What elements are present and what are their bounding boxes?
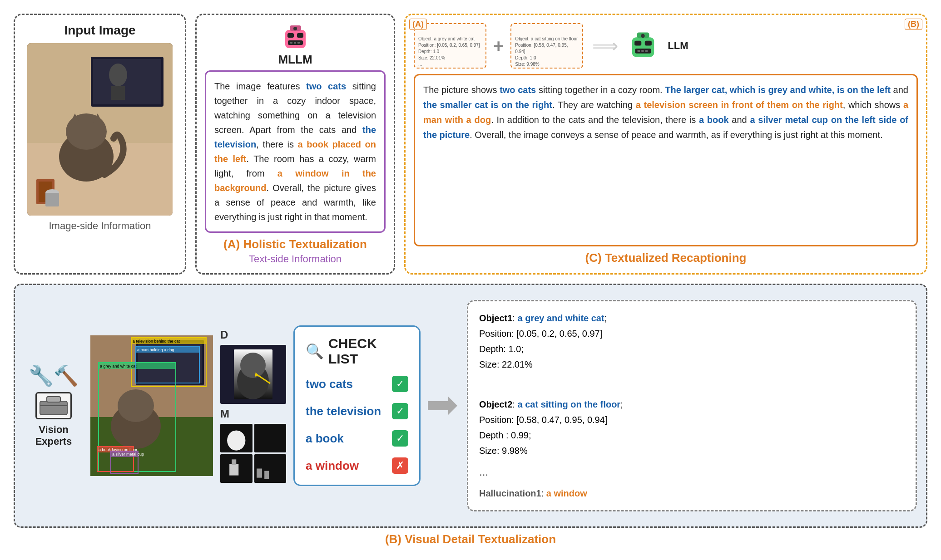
svg-rect-22 bbox=[294, 42, 296, 44]
seg-cell-1 bbox=[220, 424, 253, 452]
hallucination-block: Hallucination1: a window bbox=[479, 486, 905, 501]
tools-icon: 🔧🔨 bbox=[29, 364, 79, 388]
svg-rect-63 bbox=[229, 464, 238, 475]
mllm-robot-icon bbox=[281, 23, 310, 53]
svg-text:a grey and white cat: a grey and white cat bbox=[100, 364, 137, 368]
top-row: Input Image bbox=[14, 14, 927, 275]
svg-marker-67 bbox=[428, 397, 457, 415]
mllm-text-box: The image features two cats sitting toge… bbox=[205, 70, 386, 233]
hallucination-label: Hallucination1 bbox=[479, 488, 541, 498]
svg-rect-15 bbox=[285, 30, 306, 48]
mllm-text-two-cats: two cats bbox=[306, 81, 346, 91]
checklist-item-4-cross: ✗ bbox=[392, 457, 408, 474]
holistic-label: (A) Holistic Textualization bbox=[223, 237, 367, 251]
checklist-item-1-check: ✓ bbox=[392, 376, 408, 392]
recap-part3: and bbox=[891, 85, 908, 95]
recaption-title: (C) Textualized Recaptioning bbox=[414, 251, 918, 265]
segmentation-grid bbox=[220, 424, 286, 483]
arrow-to-llm: ⟹ bbox=[592, 35, 618, 56]
mllm-text-part3: , there is bbox=[256, 139, 297, 149]
visual-detail-title: (B) Visual Detail Textualization bbox=[385, 532, 556, 546]
recap-part5: , which shows bbox=[843, 100, 903, 110]
recaption-title-text: (C) Textualized Recaptioning bbox=[585, 251, 747, 265]
object1-semicolon: ; bbox=[604, 313, 607, 323]
doc-b-box: (B) Object: a cat sitting on the floorPo… bbox=[510, 23, 583, 69]
svg-rect-28 bbox=[645, 41, 652, 46]
llm-label: LLM bbox=[668, 40, 688, 52]
svg-text:a television behind the cat: a television behind the cat bbox=[133, 339, 180, 344]
cat-image bbox=[27, 43, 173, 216]
object2-size: Size: 9.98% bbox=[479, 446, 528, 456]
visual-detail-title-container: (B) Visual Detail Textualization bbox=[14, 532, 927, 546]
checklist-item-3-text: a book bbox=[306, 432, 344, 446]
svg-rect-23 bbox=[297, 42, 300, 44]
text-side-label: Text-side Information bbox=[249, 253, 342, 265]
object1-depth: Depth: 1.0; bbox=[479, 344, 524, 354]
svg-point-62 bbox=[227, 430, 245, 450]
recap-part4: . They are watching bbox=[552, 100, 636, 110]
checklist-item-2-check: ✓ bbox=[392, 403, 408, 419]
svg-rect-30 bbox=[638, 50, 640, 52]
svg-rect-31 bbox=[642, 50, 644, 52]
object2-position: Position: [0.58, 0.47, 0.95, 0.94] bbox=[479, 415, 607, 425]
object2-colon: : bbox=[512, 399, 517, 409]
object1-colon: : bbox=[512, 313, 517, 323]
llm-robot-icon bbox=[627, 30, 659, 62]
object2-name: a cat sitting on the floor bbox=[517, 399, 620, 409]
dots: ... bbox=[479, 463, 905, 481]
svg-rect-3 bbox=[93, 59, 161, 104]
checklist-item-3-check: ✓ bbox=[392, 430, 408, 447]
svg-rect-32 bbox=[645, 50, 648, 52]
object2-depth: Depth : 0.99; bbox=[479, 430, 531, 440]
svg-rect-65 bbox=[257, 469, 262, 478]
toolbox-icon bbox=[35, 392, 72, 419]
svg-rect-24 bbox=[632, 37, 654, 57]
input-image-box: Input Image bbox=[14, 14, 186, 275]
plus-sign: + bbox=[493, 36, 504, 56]
bottom-row: 🔧🔨 Vision Experts bbox=[14, 284, 927, 528]
doc-a-box: (A) Object: a grey and white catPosition… bbox=[414, 23, 486, 69]
svg-rect-19 bbox=[297, 33, 303, 38]
svg-rect-64 bbox=[232, 459, 236, 465]
svg-point-4 bbox=[109, 64, 127, 86]
recap-smaller-cat: the smaller cat is on the right bbox=[423, 100, 552, 110]
recaption-box: (A) Object: a grey and white catPosition… bbox=[404, 14, 927, 275]
depth-seg-container: D bbox=[220, 329, 286, 483]
object-details-box: Object1: a grey and white cat; Position:… bbox=[467, 300, 917, 512]
object1-label: Object1 bbox=[479, 313, 512, 323]
svg-rect-18 bbox=[287, 33, 294, 38]
checklist-item-1: two cats ✓ bbox=[306, 374, 408, 394]
m-label: M bbox=[220, 408, 229, 420]
svg-point-26 bbox=[641, 34, 645, 38]
recap-part2: sitting together in a cozy room. bbox=[536, 85, 665, 95]
recap-book: a book bbox=[699, 115, 729, 125]
recaption-top: (A) Object: a grey and white catPosition… bbox=[414, 23, 918, 69]
mllm-label: MLLM bbox=[278, 53, 312, 67]
doc-a-label: (A) bbox=[414, 23, 427, 30]
svg-point-41 bbox=[118, 389, 154, 422]
svg-point-8 bbox=[66, 113, 107, 150]
object1-position: Position: [0.05, 0.2, 0.65, 0.97] bbox=[479, 329, 602, 339]
checklist-box: 🔍 CHECK LIST two cats ✓ the television ✓… bbox=[293, 325, 421, 486]
mllm-text-part1: The image features bbox=[214, 81, 306, 91]
svg-text:a silver metal cup: a silver metal cup bbox=[112, 452, 144, 457]
svg-text:a man holding a dog: a man holding a dog bbox=[137, 348, 174, 352]
seg-cell-2 bbox=[254, 424, 287, 452]
object2-semicolon: ; bbox=[620, 399, 623, 409]
doc-a-text: Object: a grey and white catPosition: [0… bbox=[418, 36, 482, 68]
holistic-label-text: (A) Holistic Textualization bbox=[223, 237, 367, 251]
vision-experts-label: Vision Experts bbox=[24, 424, 83, 447]
checklist-item-4-text: a window bbox=[306, 459, 359, 473]
detection-image-container: a television behind the cat a grey and w… bbox=[90, 335, 213, 476]
recap-tv: a television screen in front of them on … bbox=[636, 100, 843, 110]
arrow-to-objects bbox=[428, 394, 460, 417]
bottom-section: 🔧🔨 Vision Experts bbox=[14, 284, 927, 528]
checklist-magnifier-icon: 🔍 bbox=[306, 343, 324, 360]
checklist-item-4: a window ✗ bbox=[306, 456, 408, 476]
recap-two-cats: two cats bbox=[500, 85, 536, 95]
object2-label: Object2 bbox=[479, 399, 512, 409]
depth-map bbox=[220, 345, 286, 404]
checklist-item-3: a book ✓ bbox=[306, 428, 408, 448]
object1-block: Object1: a grey and white cat; Position:… bbox=[479, 310, 905, 372]
recap-part1: The picture shows bbox=[423, 85, 500, 95]
